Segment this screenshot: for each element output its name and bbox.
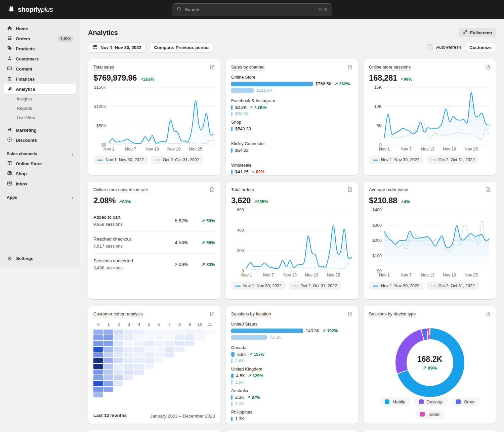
metric-title[interactable]: Sessions by device type (369, 311, 416, 317)
cohort-cell (195, 392, 205, 397)
date-range-button[interactable]: Nov 1–Nov 30, 2022 (88, 42, 145, 52)
cohort-range-selector[interactable]: Last 12 months (93, 413, 127, 419)
cohort-cell (124, 381, 133, 386)
sidebar-item-home[interactable]: Home (4, 24, 76, 34)
report-file-icon[interactable] (209, 64, 215, 71)
cohort-cell (134, 330, 143, 335)
cohort-cell (114, 358, 123, 363)
delta-badge: ↗235% (254, 199, 268, 204)
cohort-column-header: 0 (93, 322, 103, 327)
gear-icon: ⚙ (7, 255, 13, 262)
sidebar-item-insights[interactable]: Insights (4, 94, 76, 103)
channel-value: $2.8K (235, 105, 247, 110)
color-chip (419, 399, 424, 404)
cohort-cell (144, 347, 154, 352)
bar-previous (231, 380, 233, 385)
sidebar-item-online-store[interactable]: Online Store (4, 159, 76, 169)
cohort-cell (155, 364, 164, 369)
channel-row: Online Store$766.5K↗ 262%$211.8K (231, 75, 353, 95)
cohort-cell (93, 330, 103, 335)
cohort-cell (144, 381, 154, 386)
legend-current[interactable]: Nov 1–Nov 30, 2022 (369, 156, 423, 164)
sidebar-item-inbox[interactable]: Inbox (4, 179, 76, 189)
cohort-cell (155, 347, 164, 352)
legend-item-mobile[interactable]: Mobile (380, 397, 410, 406)
metric-title[interactable]: Sessions by location (231, 311, 271, 317)
sidebar-item-finances[interactable]: Finances (4, 74, 76, 84)
report-file-icon[interactable] (485, 311, 491, 318)
sidebar-item-live-view[interactable]: Live View (4, 113, 76, 122)
report-file-icon[interactable] (347, 64, 353, 71)
topbar: shopifyplus Search ⌘ K (0, 0, 504, 19)
cohort-cell (114, 352, 123, 357)
delta-badge: ↗ 83% (188, 262, 215, 267)
search-shortcut: ⌘ K (318, 7, 328, 12)
sidebar-item-marketing[interactable]: Marketing (4, 125, 76, 135)
location-label: Canada (231, 345, 353, 350)
legend-previous[interactable]: Oct 2–Oct 31, 2022 (427, 156, 479, 164)
sidebar-item-customers[interactable]: Customers (4, 54, 76, 64)
auto-refresh-toggle[interactable]: Auto-refresh (427, 44, 461, 50)
sidebar-item-orders[interactable]: Orders 1,928 (4, 34, 76, 44)
delta-badge: ↗ 157% (249, 352, 264, 357)
cohort-cell (165, 387, 174, 392)
shopify-logo[interactable]: shopifyplus (7, 0, 53, 19)
dotted-line-icon (293, 285, 298, 286)
dotted-line-icon (431, 285, 436, 286)
report-file-icon[interactable] (209, 187, 215, 194)
cohort-column-header: 4 (134, 322, 144, 327)
metric-value: $769,979.96 (93, 73, 137, 83)
legend-item-tablet[interactable]: Tablet (415, 409, 444, 419)
customize-button[interactable]: Customize (465, 43, 496, 52)
metric-title[interactable]: Total sales (93, 64, 114, 71)
legend-previous[interactable]: Oct 2–Oct 31, 2022 (151, 156, 203, 164)
legend-current[interactable]: Nov 1–Nov 30, 2022 (231, 282, 286, 290)
report-file-icon[interactable] (209, 311, 215, 318)
legend-previous[interactable]: Oct 2–Oct 31, 2022 (289, 282, 341, 290)
sidebar-item-reports[interactable]: Reports (4, 103, 76, 113)
report-file-icon[interactable] (485, 187, 491, 194)
cohort-cell (103, 341, 113, 346)
metric-title[interactable]: Online store conversion rate (93, 187, 148, 193)
report-file-icon[interactable] (347, 187, 353, 194)
delta-badge: ↗ 55% (188, 240, 215, 245)
report-file-icon[interactable] (347, 311, 353, 318)
sidebar-item-discounts[interactable]: Discounts (4, 135, 76, 145)
metric-title[interactable]: Sales by channel (231, 64, 264, 71)
location-label: Philippines (231, 409, 353, 415)
fullscreen-button[interactable]: Fullscreen (459, 28, 496, 37)
metric-title[interactable]: Total orders (231, 187, 254, 193)
cohort-cell (144, 370, 154, 375)
sidebar-item-products[interactable]: Products (4, 44, 76, 54)
metric-title[interactable]: Average order value (369, 187, 408, 193)
cohort-cell (206, 392, 215, 397)
sidebar-item-analytics[interactable]: Analytics (4, 84, 76, 94)
cohort-column-headers: 01234567891011 (93, 322, 215, 327)
section-apps[interactable]: Apps › (4, 193, 76, 202)
channel-label: Shop (231, 120, 353, 125)
sidebar-item-shop[interactable]: Shop (4, 169, 76, 179)
location-row: United States143.3K↗ 102%71.1K (231, 321, 353, 342)
report-file-icon[interactable] (485, 64, 491, 71)
cohort-cell (206, 370, 215, 375)
logo-suffix: plus (41, 6, 53, 13)
legend-current[interactable]: Nov 1–Nov 30, 2022 (93, 156, 148, 164)
legend-item-other[interactable]: Other (451, 397, 479, 406)
auto-refresh-checkbox[interactable] (427, 44, 433, 50)
search-input[interactable]: Search ⌘ K (172, 3, 332, 15)
section-sales-channels[interactable]: Sales channels › (4, 149, 76, 159)
cohort-cell (175, 392, 184, 397)
legend-previous[interactable]: Oct 2–Oct 31, 2022 (427, 282, 479, 290)
compare-button[interactable]: Compare: Previous period (150, 42, 213, 52)
sidebar-item-content[interactable]: Content (4, 64, 76, 74)
sidebar-item-settings[interactable]: ⚙ Settings (4, 253, 76, 263)
cohort-cell (155, 358, 164, 363)
bar-current (231, 417, 233, 421)
metric-title[interactable]: Online store sessions (369, 64, 411, 71)
legend-current[interactable]: Nov 1–Nov 30, 2022 (369, 282, 423, 290)
legend-item-desktop[interactable]: Desktop (414, 397, 448, 406)
cohort-cell (195, 330, 205, 335)
cohort-cell (165, 335, 174, 340)
location-value: 1.3K (235, 416, 244, 421)
metric-title[interactable]: Customer cohort analysis (93, 311, 143, 317)
